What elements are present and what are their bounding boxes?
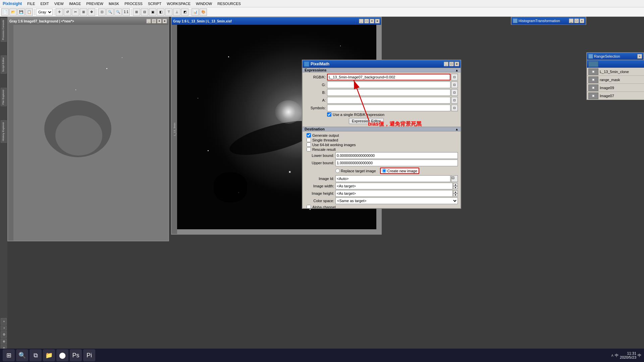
toolbar-b3[interactable]: ⊥ <box>173 8 180 16</box>
sidebar-process-console[interactable]: Process Console <box>1 18 7 42</box>
panel-item-range-mask[interactable]: ▣ range_mask <box>587 76 644 84</box>
toolbar-preview[interactable]: ▣ <box>149 8 156 16</box>
toolbar-zoom-100[interactable]: 1:1 <box>122 8 130 16</box>
rgb-expand-btn[interactable]: ⊡ <box>451 74 458 80</box>
menu-resources[interactable]: RESOURCES <box>215 1 244 6</box>
taskbar-search[interactable]: 🔍 <box>16 349 28 361</box>
rgb-input[interactable] <box>327 74 450 80</box>
image-height-up[interactable]: ▲ <box>453 190 458 193</box>
sidebar-btn1[interactable]: × <box>1 318 7 325</box>
range-close[interactable]: × <box>637 54 642 59</box>
main-win-minimize[interactable]: _ <box>146 19 151 23</box>
toolbar-b1[interactable]: ◧ <box>157 8 164 16</box>
symbols-expand-btn[interactable]: ⊡ <box>451 105 458 111</box>
g-input[interactable] <box>327 81 450 88</box>
sidebar-file-explorer[interactable]: File Explorer <box>1 88 7 106</box>
main-win-restore[interactable]: + <box>157 19 162 23</box>
menu-workspace[interactable]: WORKSPACE <box>164 1 193 6</box>
hist-restore[interactable]: □ <box>574 18 579 23</box>
a-input[interactable] <box>327 97 450 104</box>
menu-image[interactable]: IMAGE <box>66 1 84 6</box>
toolbar-hist[interactable]: 📊 <box>192 8 199 16</box>
menu-view[interactable]: VIEW <box>52 1 66 6</box>
lower-bound-input[interactable] <box>335 152 458 159</box>
hist-minimize[interactable]: _ <box>569 18 574 23</box>
sidebar-btn2[interactable]: + <box>1 325 7 330</box>
toolbar-b4[interactable]: ◩ <box>181 8 189 16</box>
toolbar-saveas[interactable]: 📋 <box>25 8 33 16</box>
taskbar-taskview[interactable]: ⧉ <box>30 349 42 361</box>
pixelmath-restore[interactable]: □ <box>449 62 454 66</box>
menu-mask[interactable]: MASK <box>106 1 122 6</box>
menu-edit[interactable]: EDIT <box>38 1 52 6</box>
image-width-input[interactable] <box>335 183 453 189</box>
pixelmath-close[interactable]: × <box>454 62 459 66</box>
expressions-expand[interactable]: ▲ <box>455 68 459 72</box>
menu-file[interactable]: FILE <box>24 1 38 6</box>
g-expand-btn[interactable]: ⊡ <box>451 81 458 88</box>
taskbar-chrome[interactable]: ⬤ <box>56 349 68 361</box>
menu-script[interactable]: SCRIPT <box>145 1 164 6</box>
toolbar-save[interactable]: 💾 <box>17 8 25 16</box>
symbols-input[interactable] <box>327 105 450 111</box>
image-width-up[interactable]: ▲ <box>453 183 458 186</box>
use-single-checkbox[interactable] <box>327 112 331 117</box>
main-win-close[interactable]: × <box>162 19 167 23</box>
toolbar-b2[interactable]: ⊤ <box>165 8 172 16</box>
panel-item-image07[interactable]: ▣ Image07 <box>587 92 644 100</box>
menu-process[interactable]: PROCESS <box>122 1 145 6</box>
b-input[interactable] <box>327 89 450 96</box>
sidebar-btn4[interactable]: ⊕ <box>1 339 7 345</box>
alpha-channel-checkbox[interactable] <box>307 205 311 208</box>
menu-window[interactable]: WINDOW <box>193 1 215 6</box>
toolbar-crop[interactable]: ✂ <box>72 8 79 16</box>
taskbar-pixinsight[interactable]: Pi <box>83 349 95 361</box>
toolbar-zoom-out[interactable]: 🔍 <box>106 8 114 16</box>
sidebar-btn3[interactable]: ⚙ <box>1 331 7 338</box>
color-space-select[interactable]: <Same as target> <box>335 197 458 204</box>
panel-item-clone[interactable]: ▣ L_13_5min_clone <box>587 68 644 76</box>
toolbar-grid[interactable]: ⊞ <box>133 8 140 16</box>
sidebar-history-explorer[interactable]: History Explorer <box>1 120 7 143</box>
upper-bound-input[interactable] <box>335 160 458 166</box>
destination-expand[interactable]: ▲ <box>455 127 459 131</box>
toolbar-crosshair[interactable]: ✛ <box>56 8 63 16</box>
taskbar-explorer[interactable]: 📁 <box>43 349 55 361</box>
a-expand-btn[interactable]: ⊡ <box>451 97 458 104</box>
sidebar-script-editor[interactable]: Script Editor <box>1 56 7 74</box>
panel-item-image09[interactable]: ▣ Image09 <box>587 84 644 92</box>
toolbar-new[interactable]: 📄 <box>1 8 9 16</box>
replace-target-option[interactable]: Replace target image <box>335 169 376 173</box>
toolbar-rotate[interactable]: ↺ <box>64 8 71 16</box>
taskbar-start[interactable]: ⊞ <box>3 349 15 361</box>
b-expand-btn[interactable]: ⊡ <box>451 89 458 96</box>
second-win-maximize[interactable]: □ <box>364 19 369 23</box>
image-height-down[interactable]: ▼ <box>453 193 458 196</box>
second-win-minimize[interactable]: _ <box>359 19 364 23</box>
pixelmath-minimize[interactable]: _ <box>444 62 448 66</box>
taskbar-photoshop[interactable]: Ps <box>70 349 82 361</box>
image-width-down[interactable]: ▼ <box>453 186 458 189</box>
image-id-input[interactable] <box>335 175 450 182</box>
rescale-checkbox[interactable] <box>307 147 311 152</box>
use-64bit-checkbox[interactable] <box>307 142 311 147</box>
create-new-radio[interactable] <box>382 169 386 173</box>
toolbar-zoom-in[interactable]: 🔍 <box>114 8 122 16</box>
h-scrollbar[interactable] <box>177 229 381 234</box>
generate-output-checkbox[interactable] <box>307 133 311 137</box>
menu-preview[interactable]: PREVIEW <box>84 1 106 6</box>
single-threaded-checkbox[interactable] <box>307 138 311 142</box>
color-mode-select[interactable]: Gray <box>36 9 53 15</box>
image-id-btn[interactable]: ⊡ <box>451 175 458 182</box>
toolbar-color[interactable]: 🎨 <box>200 8 207 16</box>
toolbar-move[interactable]: ✥ <box>88 8 95 16</box>
hist-close[interactable]: × <box>580 18 584 23</box>
second-win-restore[interactable]: + <box>370 19 374 23</box>
toolbar-grid2[interactable]: ⊟ <box>141 8 148 16</box>
create-new-option[interactable]: Create new image <box>380 168 419 174</box>
toolbar-transform[interactable]: ⊞ <box>80 8 87 16</box>
second-win-close[interactable]: × <box>375 19 380 23</box>
image-height-input[interactable] <box>335 190 453 197</box>
toolbar-open[interactable]: 📂 <box>9 8 17 16</box>
replace-target-radio[interactable] <box>335 169 340 173</box>
